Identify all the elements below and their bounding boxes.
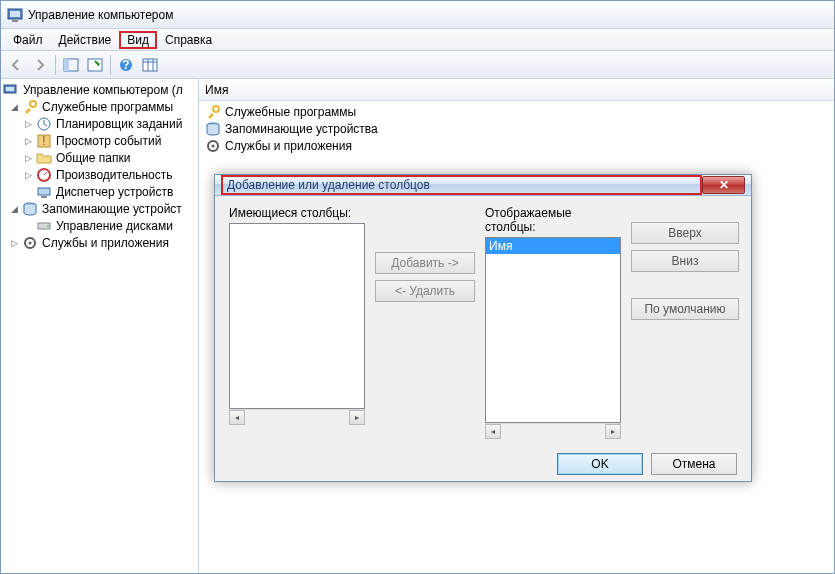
tree-shared[interactable]: ▷ Общие папки xyxy=(3,149,196,166)
tree-label: Диспетчер устройств xyxy=(56,185,173,199)
svg-rect-13 xyxy=(6,87,14,91)
dialog-body: Имеющиеся столбцы: ◂ ▸ Добавить -> <- Уд… xyxy=(215,196,751,447)
expand-icon[interactable]: ▷ xyxy=(23,169,34,180)
svg-point-23 xyxy=(47,225,49,227)
storage-icon xyxy=(22,201,38,217)
listbox-item-selected[interactable]: Имя xyxy=(486,238,620,254)
expand-icon[interactable]: ▷ xyxy=(9,237,20,248)
menu-bar: Файл Действие Вид Справка xyxy=(1,29,834,51)
nav-forward-button[interactable] xyxy=(29,54,51,76)
help-button[interactable]: ? xyxy=(115,54,137,76)
svg-text:!: ! xyxy=(42,134,45,148)
collapse-icon[interactable]: ◢ xyxy=(9,101,20,112)
close-icon: ✕ xyxy=(719,178,729,192)
main-window: Управление компьютером Файл Действие Вид… xyxy=(0,0,835,574)
svg-rect-8 xyxy=(143,59,157,71)
clock-icon xyxy=(36,116,52,132)
collapse-icon[interactable]: ◢ xyxy=(9,203,20,214)
tools-icon xyxy=(22,99,38,115)
scroll-thumb[interactable] xyxy=(501,424,605,439)
expand-icon[interactable]: ▷ xyxy=(23,152,34,163)
list-item[interactable]: Служебные программы xyxy=(201,103,832,120)
show-hide-tree-button[interactable] xyxy=(60,54,82,76)
scroll-right-icon[interactable]: ▸ xyxy=(605,424,621,439)
view-columns-button[interactable] xyxy=(139,54,161,76)
add-button[interactable]: Добавить -> xyxy=(375,252,475,274)
properties-button[interactable] xyxy=(84,54,106,76)
list-item[interactable]: Службы и приложения xyxy=(201,137,832,154)
tree-pane[interactable]: Управление компьютером (л ◢ Служебные пр… xyxy=(1,79,199,573)
event-icon: ! xyxy=(36,133,52,149)
svg-point-26 xyxy=(213,106,219,112)
list-item-label: Службы и приложения xyxy=(225,139,352,153)
svg-point-14 xyxy=(30,101,36,107)
order-buttons: Вверх Вниз По умолчанию xyxy=(631,206,739,439)
tree-storage[interactable]: ◢ Запоминающие устройст xyxy=(3,200,196,217)
list-item-label: Запоминающие устройства xyxy=(225,122,378,136)
available-listbox[interactable] xyxy=(229,223,365,409)
transfer-buttons: Добавить -> <- Удалить xyxy=(375,206,475,439)
services-icon xyxy=(22,235,38,251)
tree-label: Службы и приложения xyxy=(42,236,169,250)
tree-eventviewer[interactable]: ▷ ! Просмотр событий xyxy=(3,132,196,149)
storage-icon xyxy=(205,121,221,137)
scrollbar-horizontal[interactable]: ◂ ▸ xyxy=(485,423,621,439)
tree-root[interactable]: Управление компьютером (л xyxy=(3,81,196,98)
scroll-left-icon[interactable]: ◂ xyxy=(229,410,245,425)
device-icon xyxy=(36,184,52,200)
list-item[interactable]: Запоминающие устройства xyxy=(201,120,832,137)
dialog-buttons: OK Отмена xyxy=(215,447,751,485)
displayed-listbox[interactable]: Имя xyxy=(485,237,621,423)
tree-scheduler[interactable]: ▷ Планировщик заданий xyxy=(3,115,196,132)
folder-shared-icon xyxy=(36,150,52,166)
dialog-title-bar[interactable]: Добавление или удаление столбцов ✕ xyxy=(215,175,751,196)
default-button[interactable]: По умолчанию xyxy=(631,298,739,320)
scroll-right-icon[interactable]: ▸ xyxy=(349,410,365,425)
expand-icon[interactable]: ▷ xyxy=(23,135,34,146)
move-up-button[interactable]: Вверх xyxy=(631,222,739,244)
expand-icon[interactable]: ▷ xyxy=(23,118,34,129)
window-title: Управление компьютером xyxy=(28,8,173,22)
svg-rect-5 xyxy=(88,59,102,71)
tree-label: Просмотр событий xyxy=(56,134,161,148)
tree-perf[interactable]: ▷ Производительность xyxy=(3,166,196,183)
disk-icon xyxy=(36,218,52,234)
scroll-thumb[interactable] xyxy=(245,410,349,425)
move-down-button[interactable]: Вниз xyxy=(631,250,739,272)
toolbar: ? xyxy=(1,51,834,79)
tree-svcprograms[interactable]: ◢ Служебные программы xyxy=(3,98,196,115)
displayed-column: Отображаемые столбцы: Имя ◂ ▸ xyxy=(485,206,621,439)
svg-rect-19 xyxy=(38,188,50,195)
services-icon xyxy=(205,138,221,154)
svg-rect-2 xyxy=(12,20,18,22)
toolbar-separator xyxy=(55,55,56,75)
columns-dialog: Добавление или удаление столбцов ✕ Имеющ… xyxy=(214,174,752,482)
remove-button[interactable]: <- Удалить xyxy=(375,280,475,302)
available-label: Имеющиеся столбцы: xyxy=(229,206,365,220)
svg-point-25 xyxy=(29,241,32,244)
svg-rect-4 xyxy=(64,59,69,71)
computer-mgmt-icon xyxy=(3,82,19,98)
menu-help[interactable]: Справка xyxy=(157,31,220,49)
menu-action[interactable]: Действие xyxy=(51,31,120,49)
app-icon xyxy=(7,7,23,23)
svg-rect-1 xyxy=(10,11,20,17)
scroll-left-icon[interactable]: ◂ xyxy=(485,424,501,439)
available-column: Имеющиеся столбцы: ◂ ▸ xyxy=(229,206,365,439)
ok-button[interactable]: OK xyxy=(557,453,643,475)
scrollbar-horizontal[interactable]: ◂ ▸ xyxy=(229,409,365,425)
list-column-header[interactable]: Имя xyxy=(199,79,834,101)
tree-diskmgmt[interactable]: Управление дисками xyxy=(3,217,196,234)
tree-label: Служебные программы xyxy=(42,100,173,114)
perf-icon xyxy=(36,167,52,183)
displayed-label: Отображаемые столбцы: xyxy=(485,206,621,234)
menu-view[interactable]: Вид xyxy=(119,31,157,49)
cancel-button[interactable]: Отмена xyxy=(651,453,737,475)
svg-point-29 xyxy=(212,144,215,147)
nav-back-button[interactable] xyxy=(5,54,27,76)
tree-label: Управление дисками xyxy=(56,219,173,233)
close-button[interactable]: ✕ xyxy=(702,176,745,194)
menu-file[interactable]: Файл xyxy=(5,31,51,49)
tree-services[interactable]: ▷ Службы и приложения xyxy=(3,234,196,251)
tree-devmgr[interactable]: Диспетчер устройств xyxy=(3,183,196,200)
